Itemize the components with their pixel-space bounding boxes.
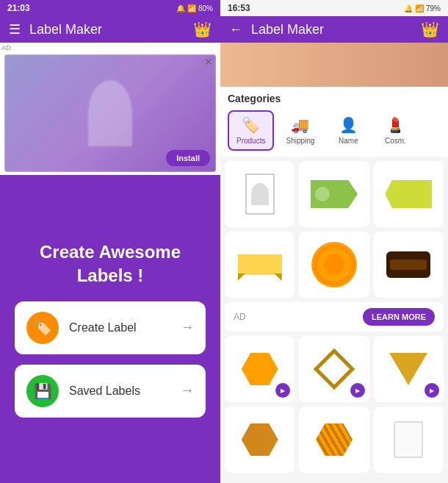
- label-card-2[interactable]: [299, 161, 369, 227]
- create-label-button[interactable]: 🏷️ Create Label →: [15, 301, 206, 354]
- left-ad-area: AD Install ✕: [0, 43, 220, 175]
- label-card-10[interactable]: [225, 407, 295, 473]
- left-time: 21:03: [7, 3, 30, 13]
- gold-sun-shape: [317, 248, 351, 282]
- ribbon-inner: [390, 260, 427, 270]
- white-note-shape: [394, 421, 423, 458]
- label-card-7[interactable]: ▶: [225, 336, 295, 402]
- name-icon: 👤: [339, 116, 358, 134]
- saved-arrow-icon: →: [181, 383, 194, 398]
- label-row-4: [225, 407, 444, 473]
- products-icon: 🏷️: [242, 116, 260, 134]
- cosm-label: Cosm.: [385, 137, 406, 145]
- saved-labels-icon-circle: 💾: [26, 375, 59, 407]
- left-toolbar: ☰ Label Maker 👑: [0, 16, 220, 43]
- fold-left: [238, 273, 245, 281]
- right-app-title: Label Maker: [251, 22, 412, 37]
- shipping-icon: 🚚: [291, 116, 309, 134]
- ribbon-shape: [386, 251, 430, 278]
- hexagon-shape-1: [242, 353, 278, 385]
- play-badge-3: ▶: [424, 383, 439, 398]
- right-toolbar: ← Label Maker 👑: [220, 16, 448, 43]
- box-inner: [251, 183, 269, 205]
- left-app-title: Label Maker: [29, 22, 184, 37]
- label-row-1: [225, 161, 444, 227]
- shipping-label: Shipping: [286, 137, 314, 145]
- right-battery-icon: 79%: [426, 4, 441, 12]
- label-row-3: ▶ ▶ ▶: [225, 336, 444, 402]
- ad-person: [88, 80, 132, 146]
- diamond-shape: [314, 348, 355, 390]
- save-icon: 💾: [34, 382, 52, 400]
- label-card-12[interactable]: [374, 407, 444, 473]
- left-ad-label: AD: [1, 44, 11, 51]
- right-notification-icon: 🔔: [404, 4, 413, 12]
- category-shipping[interactable]: 🚚 Shipping: [277, 110, 323, 151]
- sun-inner: [324, 254, 344, 275]
- fold-right: [275, 273, 282, 281]
- yellow-fold-shape: [385, 180, 432, 208]
- label-card-11[interactable]: [299, 407, 369, 473]
- hexagon-dark-shape: [242, 423, 278, 456]
- green-circle: [315, 187, 330, 201]
- back-icon[interactable]: ←: [229, 22, 242, 37]
- category-cosm[interactable]: 💄 Cosm.: [373, 110, 417, 151]
- saved-labels-text: Saved Labels: [69, 384, 170, 398]
- ad-cta-button[interactable]: Install: [166, 150, 210, 166]
- create-label-text: Create Label: [69, 321, 170, 334]
- right-status-icons: 🔔 📶 79%: [404, 4, 441, 12]
- right-crown-icon[interactable]: 👑: [421, 21, 439, 38]
- label-card-5[interactable]: [299, 232, 369, 298]
- create-label-icon-circle: 🏷️: [26, 312, 59, 344]
- labels-grid: AD LEARN MORE ▶ ▶ ▶: [220, 157, 448, 483]
- learn-more-button[interactable]: LEARN MORE: [363, 308, 435, 326]
- play-badge-1: ▶: [275, 383, 290, 398]
- categories-section: Categories 🏷️ Products 🚚 Shipping 👤 Name…: [220, 87, 448, 157]
- categories-row: 🏷️ Products 🚚 Shipping 👤 Name 💄 Cosm.: [228, 110, 441, 157]
- menu-icon[interactable]: ☰: [9, 21, 21, 37]
- products-label: Products: [236, 137, 265, 145]
- left-status-bar: 21:03 🔔 📶 80%: [0, 0, 220, 16]
- white-box-shape: [245, 173, 275, 215]
- right-status-bar: 16:53 🔔 📶 79%: [220, 0, 448, 16]
- label-card-3[interactable]: [374, 161, 444, 227]
- ad-close-button[interactable]: ✕: [204, 56, 213, 68]
- action-buttons: 🏷️ Create Label → 💾 Saved Labels →: [15, 301, 206, 418]
- name-label: Name: [339, 137, 358, 145]
- category-name[interactable]: 👤 Name: [326, 110, 370, 151]
- right-time: 16:53: [228, 3, 250, 13]
- left-panel: 21:03 🔔 📶 80% ☰ Label Maker 👑 AD Install…: [0, 0, 220, 483]
- create-arrow-icon: →: [181, 320, 194, 335]
- left-crown-icon[interactable]: 👑: [193, 21, 212, 38]
- label-card-6[interactable]: [374, 232, 444, 298]
- triangle-down-shape: [389, 353, 427, 385]
- yellow-banner-shape: [238, 254, 282, 275]
- categories-title: Categories: [228, 93, 441, 104]
- label-row-2: [225, 232, 444, 298]
- notification-icon: 🔔: [176, 4, 185, 12]
- hero-title: Create Awesome Labels !: [15, 240, 206, 286]
- honeycomb-pattern-shape: [316, 423, 353, 456]
- saved-labels-button[interactable]: 💾 Saved Labels →: [15, 365, 206, 418]
- cosm-icon: 💄: [386, 116, 405, 134]
- label-card-9[interactable]: ▶: [374, 336, 444, 402]
- ad-banner: AD LEARN MORE: [225, 302, 444, 332]
- right-wifi-icon: 📶: [415, 4, 424, 12]
- left-main-content: Create Awesome Labels ! 🏷️ Create Label …: [0, 175, 220, 483]
- hanger-icon: 🏷️: [34, 319, 52, 337]
- battery-icon: 80%: [198, 4, 213, 12]
- play-badge-2: ▶: [350, 383, 365, 398]
- preview-banner: [220, 43, 448, 87]
- ad-banner-label: AD: [234, 312, 246, 322]
- label-card-1[interactable]: [225, 161, 295, 227]
- right-panel: 16:53 🔔 📶 79% ← Label Maker 👑 Categories…: [220, 0, 448, 483]
- wifi-icon: 📶: [187, 4, 196, 12]
- label-card-4[interactable]: [225, 232, 295, 298]
- label-card-8[interactable]: ▶: [299, 336, 369, 402]
- left-status-icons: 🔔 📶 80%: [176, 4, 213, 12]
- green-arrow-shape: [311, 180, 358, 208]
- category-products[interactable]: 🏷️ Products: [228, 110, 274, 151]
- left-ad-content[interactable]: Install ✕: [4, 54, 216, 172]
